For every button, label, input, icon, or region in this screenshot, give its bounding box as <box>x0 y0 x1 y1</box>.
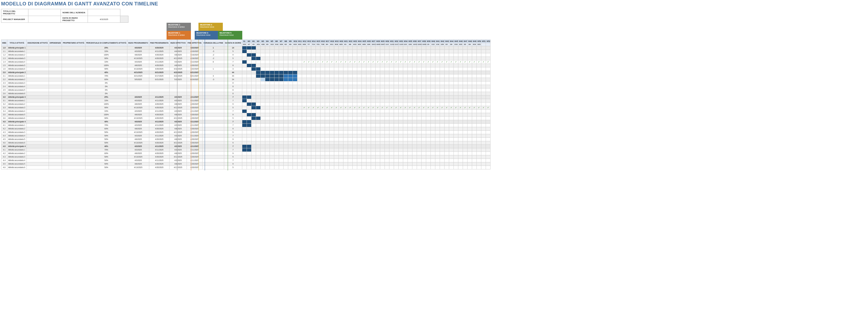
timeline-cell[interactable] <box>375 141 380 144</box>
cell[interactable]: 5 <box>224 116 242 120</box>
timeline-cell[interactable] <box>472 109 476 113</box>
timeline-cell[interactable] <box>444 120 449 123</box>
task-row[interactable]: 4.4Attività secondaria 450%4/3/20254/11/… <box>1 134 491 138</box>
timeline-cell[interactable] <box>375 85 380 88</box>
timeline-cell[interactable] <box>302 88 306 92</box>
timeline-cell[interactable] <box>279 95 283 99</box>
timeline-cell[interactable] <box>486 138 490 141</box>
timeline-cell[interactable] <box>302 131 306 134</box>
timeline-cell[interactable] <box>435 95 440 99</box>
col-header[interactable]: FINE EFFETTIVA <box>187 40 203 46</box>
timeline-cell[interactable] <box>352 131 357 134</box>
timeline-cell[interactable] <box>421 151 426 155</box>
timeline-cell[interactable] <box>426 99 431 102</box>
timeline-cell[interactable] <box>343 74 348 78</box>
date-header[interactable]: 12/22 <box>417 43 421 46</box>
timeline-cell[interactable] <box>417 131 421 134</box>
cell[interactable] <box>127 88 149 92</box>
cell[interactable]: 5 <box>224 106 242 109</box>
timeline-cell[interactable] <box>297 113 302 116</box>
timeline-cell[interactable] <box>407 116 412 120</box>
timeline-cell[interactable] <box>467 78 472 81</box>
timeline-cell[interactable] <box>426 123 431 127</box>
timeline-cell[interactable] <box>467 144 472 148</box>
timeline-cell[interactable] <box>449 70 454 74</box>
timeline-cell[interactable] <box>329 148 334 151</box>
cell[interactable] <box>187 85 203 88</box>
cell[interactable] <box>62 88 85 92</box>
timeline-cell[interactable] <box>270 141 274 144</box>
timeline-cell[interactable] <box>431 46 435 50</box>
timeline-cell[interactable] <box>274 131 279 134</box>
week-header[interactable]: W51 <box>481 40 486 43</box>
timeline-cell[interactable] <box>431 131 435 134</box>
timeline-cell[interactable] <box>292 74 297 78</box>
task-row[interactable]: 1.4Attività secondaria 433%4/3/20254/11/… <box>1 60 491 64</box>
timeline-cell[interactable] <box>316 141 320 144</box>
cell[interactable] <box>49 148 62 151</box>
timeline-cell[interactable] <box>407 141 412 144</box>
timeline-cell[interactable] <box>329 151 334 155</box>
timeline-cell[interactable] <box>394 141 398 144</box>
timeline-cell[interactable] <box>292 64 297 67</box>
timeline-cell[interactable] <box>417 123 421 127</box>
timeline-cell[interactable] <box>426 131 431 134</box>
cell[interactable]: 7 <box>224 159 242 162</box>
timeline-cell[interactable] <box>458 64 463 67</box>
cell[interactable] <box>203 120 224 123</box>
timeline-cell[interactable] <box>334 102 339 106</box>
timeline-cell[interactable] <box>421 74 426 78</box>
timeline-cell[interactable] <box>274 159 279 162</box>
timeline-cell[interactable] <box>394 88 398 92</box>
timeline-cell[interactable] <box>486 102 490 106</box>
timeline-cell[interactable] <box>283 85 288 88</box>
timeline-cell[interactable] <box>476 148 481 151</box>
cell[interactable] <box>49 95 62 99</box>
timeline-cell[interactable] <box>265 166 270 169</box>
timeline-cell[interactable] <box>394 151 398 155</box>
timeline-cell[interactable] <box>348 155 352 159</box>
timeline-cell[interactable] <box>339 95 343 99</box>
timeline-cell[interactable] <box>316 67 320 70</box>
task-row[interactable]: 1.1Attività secondaria 133%4/3/20254/11/… <box>1 50 491 53</box>
timeline-cell[interactable] <box>283 106 288 109</box>
timeline-cell[interactable] <box>458 148 463 151</box>
cell[interactable] <box>49 67 62 70</box>
task-row[interactable]: 4.4Attività secondaria 450%4/3/20254/11/… <box>1 159 491 162</box>
col-header[interactable]: DIPENDENZE <box>49 40 62 46</box>
timeline-cell[interactable] <box>352 120 357 123</box>
timeline-cell[interactable] <box>472 155 476 159</box>
cell[interactable]: 4/20/2025 <box>149 155 169 159</box>
timeline-cell[interactable] <box>283 123 288 127</box>
timeline-cell[interactable] <box>251 46 256 50</box>
timeline-cell[interactable] <box>251 60 256 64</box>
timeline-cell[interactable] <box>472 159 476 162</box>
timeline-cell[interactable] <box>431 92 435 95</box>
timeline-cell[interactable]: ✓ <box>431 106 435 109</box>
timeline-cell[interactable] <box>426 134 431 138</box>
timeline-cell[interactable] <box>412 151 417 155</box>
timeline-cell[interactable] <box>454 159 458 162</box>
timeline-cell[interactable] <box>265 116 270 120</box>
timeline-cell[interactable] <box>247 113 251 116</box>
timeline-cell[interactable] <box>352 88 357 92</box>
date-header[interactable]: 7/21 <box>316 43 320 46</box>
timeline-cell[interactable] <box>329 141 334 144</box>
timeline-cell[interactable] <box>339 162 343 166</box>
timeline-cell[interactable] <box>449 141 454 144</box>
cell[interactable]: 2.6 <box>1 92 7 95</box>
timeline-cell[interactable] <box>311 123 316 127</box>
timeline-cell[interactable] <box>375 53 380 57</box>
cell[interactable] <box>62 99 85 102</box>
timeline-cell[interactable] <box>472 99 476 102</box>
week-header[interactable]: W7 <box>279 40 283 43</box>
cell[interactable]: 60% <box>85 151 127 155</box>
timeline-cell[interactable] <box>352 53 357 57</box>
timeline-cell[interactable] <box>348 159 352 162</box>
timeline-cell[interactable] <box>288 67 292 70</box>
timeline-cell[interactable] <box>421 127 426 131</box>
timeline-cell[interactable] <box>311 148 316 151</box>
timeline-cell[interactable] <box>431 155 435 159</box>
cell[interactable]: 4/3/2025 <box>127 95 149 99</box>
cell[interactable]: 70% <box>85 123 127 127</box>
